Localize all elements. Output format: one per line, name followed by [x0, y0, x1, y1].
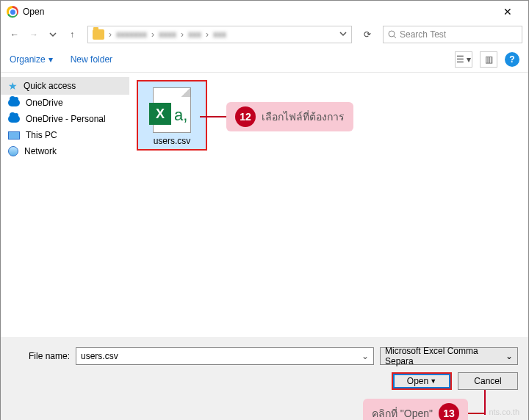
breadcrumb-segment[interactable]: xxxx	[159, 29, 176, 40]
new-folder-button[interactable]: New folder	[71, 54, 112, 65]
sidebar-item-onedrive[interactable]: OneDrive	[1, 95, 129, 111]
address-dropdown-button[interactable]	[339, 29, 347, 40]
chevron-right-icon: ›	[109, 29, 112, 40]
up-button[interactable]: ↑	[64, 26, 80, 43]
address-bar[interactable]: › xxxxxxx › xxxx › xxx › xxx	[87, 26, 352, 43]
nav-bar: ← → ↑ › xxxxxxx › xxxx › xxx › xxx ⟳ Sea…	[1, 23, 528, 46]
excel-badge-icon: X	[149, 103, 171, 125]
search-placeholder: Search Test	[400, 29, 446, 40]
chevron-down-icon[interactable]: ⌄	[361, 351, 369, 361]
annotation-13: คลิกที่ "Open" 13	[363, 399, 484, 420]
chevron-down-icon: ▾	[48, 54, 53, 65]
refresh-button[interactable]: ⟳	[359, 29, 375, 40]
sidebar-item-this-pc[interactable]: This PC	[1, 127, 129, 143]
watermark: nts.co.th	[489, 408, 519, 416]
filetype-value: Microsoft Excel Comma Separa	[385, 346, 505, 366]
file-icon: X a,	[153, 87, 191, 133]
chrome-icon	[7, 6, 18, 18]
forward-button[interactable]: →	[26, 26, 42, 43]
view-options-button[interactable]: ☰ ▾	[455, 51, 472, 68]
annotation-text: คลิกที่ "Open"	[372, 405, 433, 420]
cloud-icon	[8, 99, 20, 106]
breadcrumb-segment[interactable]: xxxxxxx	[116, 29, 147, 40]
sidebar-item-onedrive-personal[interactable]: OneDrive - Personal	[1, 111, 129, 127]
folder-icon	[93, 29, 104, 40]
chevron-down-icon: ⌄	[505, 351, 513, 361]
filetype-select[interactable]: Microsoft Excel Comma Separa ⌄	[380, 347, 518, 365]
window-title: Open	[23, 7, 493, 17]
filename-label: File name:	[11, 351, 70, 361]
cancel-button[interactable]: Cancel	[458, 372, 518, 390]
preview-pane-button[interactable]: ▥	[480, 51, 497, 68]
network-icon	[8, 146, 18, 156]
organize-button[interactable]: Organize▾	[10, 54, 53, 65]
back-button[interactable]: ←	[7, 26, 23, 43]
open-button[interactable]: Open ▼	[392, 372, 452, 390]
chevron-right-icon: ›	[206, 29, 209, 40]
file-name-label: users.csv	[141, 136, 203, 146]
annotation-text: เลือกไฟล์ที่ต้องการ	[262, 109, 345, 125]
sidebar-item-label: This PC	[26, 130, 57, 140]
file-item-users-csv[interactable]: X a, users.csv	[137, 80, 207, 151]
title-bar: Open ✕	[1, 1, 528, 23]
sidebar-item-label: OneDrive - Personal	[26, 114, 106, 124]
filename-input[interactable]: users.csv ⌄	[76, 347, 374, 365]
svg-point-0	[389, 31, 395, 37]
sidebar-item-label: OneDrive	[26, 98, 63, 108]
sidebar-item-network[interactable]: Network	[1, 143, 129, 159]
sidebar-item-label: Network	[24, 146, 57, 156]
annotation-number: 13	[439, 403, 459, 420]
annotation-number: 12	[235, 106, 256, 127]
close-button[interactable]: ✕	[493, 6, 522, 18]
search-icon	[388, 30, 397, 39]
cloud-icon	[8, 115, 20, 123]
chevron-right-icon: ›	[181, 29, 184, 40]
recent-locations-button[interactable]	[45, 26, 61, 43]
sidebar: ★ Quick access OneDrive OneDrive - Perso…	[1, 73, 129, 337]
help-button[interactable]: ?	[505, 52, 519, 67]
filename-value: users.csv	[81, 351, 118, 361]
toolbar: Organize▾ New folder ☰ ▾ ▥ ?	[1, 46, 528, 73]
search-input[interactable]: Search Test	[383, 26, 522, 43]
breadcrumb-segment[interactable]: xxx	[213, 29, 226, 40]
file-list[interactable]: X a, users.csv 12 เลือกไฟล์ที่ต้องการ	[129, 73, 528, 337]
csv-suffix-icon: a,	[174, 106, 187, 125]
chevron-right-icon: ›	[151, 29, 154, 40]
star-icon: ★	[8, 80, 18, 92]
sidebar-item-quick-access[interactable]: ★ Quick access	[1, 77, 129, 95]
breadcrumb-segment[interactable]: xxx	[188, 29, 201, 40]
svg-line-1	[394, 36, 396, 38]
sidebar-item-label: Quick access	[24, 81, 76, 91]
monitor-icon	[8, 131, 20, 140]
annotation-12: 12 เลือกไฟล์ที่ต้องการ	[200, 102, 353, 131]
dialog-footer: File name: users.csv ⌄ Microsoft Excel C…	[1, 337, 528, 420]
